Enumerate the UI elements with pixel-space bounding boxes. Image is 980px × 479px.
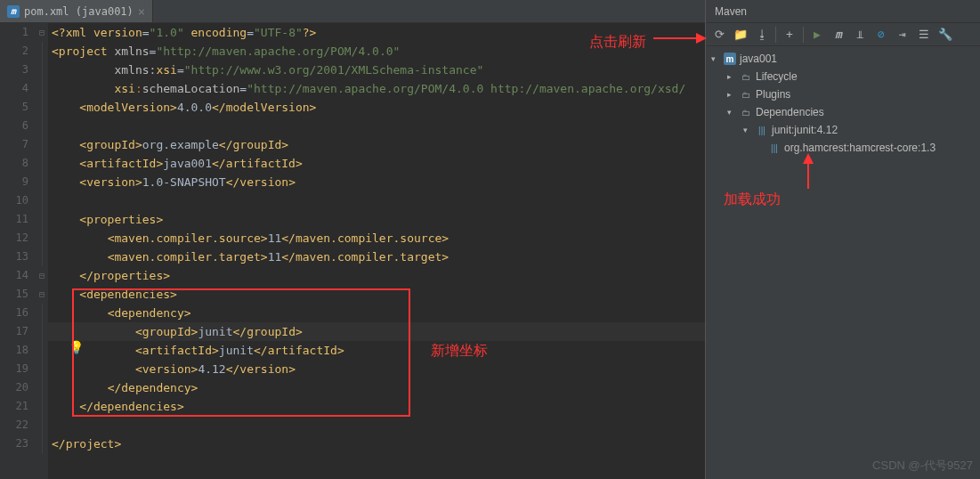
tab-label: pom.xml (java001) [24, 5, 134, 18]
fold-marker[interactable] [36, 322, 48, 341]
refresh-icon[interactable]: ⟳ [709, 25, 729, 45]
code-line[interactable]: xsi:schemaLocation="http://maven.apache.… [48, 79, 705, 98]
collapse-all-icon[interactable]: ⇥ [893, 25, 912, 45]
code-line[interactable]: <project xmlns="http://maven.apache.org/… [48, 42, 705, 61]
code-line[interactable]: <maven.compiler.source>11</maven.compile… [48, 229, 705, 248]
fold-marker[interactable] [36, 210, 48, 229]
code-line[interactable]: <artifactId>java001</artifactId> [48, 154, 705, 173]
folder-icon: 🗀 [740, 70, 752, 83]
code-line[interactable] [48, 191, 705, 210]
code-line[interactable]: <version>1.0-SNAPSHOT</version> [48, 173, 705, 191]
fold-marker[interactable] [36, 191, 48, 210]
tree-plugins[interactable]: ▸ 🗀 Plugins [706, 85, 980, 103]
tree-hamcrest[interactable]: ||| org.hamcrest:hamcrest-core:1.3 [706, 139, 980, 157]
module-icon: m [724, 53, 736, 65]
fold-marker[interactable] [36, 341, 48, 360]
line-number: 18 [0, 341, 28, 360]
tree-label: java001 [740, 53, 777, 65]
toggle-offline-icon[interactable]: ⫫ [850, 25, 870, 45]
code-area[interactable]: 💡 新增坐标 点击刷新 <?xml version="1.0" encoding… [48, 23, 705, 479]
watermark: CSDN @-代号9527 [872, 458, 973, 474]
line-number: 23 [0, 434, 28, 453]
fold-marker[interactable] [36, 79, 48, 98]
settings-icon[interactable]: 🔧 [935, 25, 955, 45]
fold-marker[interactable] [36, 135, 48, 154]
editor-tab[interactable]: m pom.xml (java001) × [0, 0, 153, 22]
line-number: 12 [0, 229, 28, 248]
fold-marker[interactable]: ⊟ [36, 266, 48, 285]
tree-junit[interactable]: ▾ ||| junit:junit:4.12 [706, 121, 980, 139]
chevron-right-icon[interactable]: ▸ [727, 72, 736, 81]
tree-label: Plugins [756, 88, 790, 101]
fold-marker[interactable]: ⊟ [36, 285, 48, 304]
maven-icon[interactable]: m [829, 25, 848, 45]
code-line[interactable]: <version>4.12</version> [48, 360, 705, 378]
download-sources-icon[interactable]: ⭳ [752, 25, 772, 45]
fold-marker[interactable] [36, 378, 48, 397]
chevron-down-icon[interactable]: ▾ [727, 108, 736, 117]
code-line[interactable]: </dependencies> [48, 397, 705, 416]
fold-marker[interactable] [36, 42, 48, 61]
editor-tab-bar: m pom.xml (java001) × [0, 0, 705, 23]
run-icon[interactable]: ▶ [807, 25, 827, 45]
toggle-skip-tests-icon[interactable]: ⊘ [871, 25, 891, 45]
code-line[interactable]: xmlns:xsi="http://www.w3.org/2001/XMLSch… [48, 61, 705, 79]
tree-root[interactable]: ▾ m java001 [706, 50, 980, 68]
code-line[interactable]: <dependencies> [48, 285, 705, 304]
code-line[interactable]: <artifactId>junit</artifactId> [48, 341, 705, 360]
tree-lifecycle[interactable]: ▸ 🗀 Lifecycle [706, 68, 980, 85]
fold-marker[interactable] [36, 229, 48, 248]
line-number: 7 [0, 135, 28, 154]
code-line[interactable]: <groupId>org.example</groupId> [48, 135, 705, 154]
line-number: 9 [0, 173, 28, 191]
code-line[interactable]: <properties> [48, 210, 705, 229]
code-line[interactable]: <modelVersion>4.0.0</modelVersion> [48, 98, 705, 117]
maven-file-icon: m [7, 5, 20, 18]
code-line[interactable]: </project> [48, 434, 705, 453]
tree-label: junit:junit:4.12 [772, 124, 838, 136]
fold-marker[interactable] [36, 154, 48, 173]
lightbulb-icon[interactable]: 💡 [69, 340, 79, 351]
fold-marker[interactable] [36, 304, 48, 322]
code-line[interactable]: </properties> [48, 266, 705, 285]
code-line[interactable]: <dependency> [48, 304, 705, 322]
fold-marker[interactable] [36, 248, 48, 266]
tree-dependencies[interactable]: ▾ 🗀 Dependencies [706, 103, 980, 121]
chevron-down-icon[interactable]: ▾ [711, 54, 720, 63]
fold-marker[interactable] [36, 360, 48, 378]
fold-marker[interactable] [36, 416, 48, 434]
line-number: 14 [0, 266, 28, 285]
fold-marker[interactable]: ⊟ [36, 23, 48, 42]
code-line[interactable] [48, 117, 705, 135]
code-line[interactable] [48, 416, 705, 434]
fold-marker[interactable] [36, 173, 48, 191]
line-number: 15 [0, 285, 28, 304]
line-number: 4 [0, 79, 28, 98]
code-line[interactable]: <groupId>junit</groupId> [48, 322, 705, 341]
line-number: 13 [0, 248, 28, 266]
tree-label: org.hamcrest:hamcrest-core:1.3 [784, 142, 935, 154]
fold-marker[interactable] [36, 434, 48, 453]
generate-sources-icon[interactable]: 📁 [731, 25, 750, 45]
maven-toolbar: ⟳ 📁 ⭳ + ▶ m ⫫ ⊘ ⇥ ☰ 🔧 [706, 23, 980, 46]
toolbar-separator [803, 27, 804, 43]
line-number: 17 [0, 322, 28, 341]
chevron-right-icon[interactable]: ▸ [727, 90, 736, 99]
line-number: 19 [0, 360, 28, 378]
fold-marker[interactable] [36, 117, 48, 135]
library-icon: ||| [768, 142, 781, 154]
add-icon[interactable]: + [780, 25, 799, 45]
chevron-down-icon[interactable]: ▾ [743, 126, 752, 134]
fold-marker[interactable] [36, 61, 48, 79]
code-line[interactable]: </dependency> [48, 378, 705, 397]
line-number: 1 [0, 23, 28, 42]
maven-panel-title: Maven [706, 0, 980, 23]
line-number: 11 [0, 210, 28, 229]
fold-gutter: ⊟⊟⊟ [36, 23, 48, 479]
fold-marker[interactable] [36, 397, 48, 416]
code-line[interactable]: <maven.compiler.target>11</maven.compile… [48, 248, 705, 266]
close-icon[interactable]: × [138, 4, 145, 19]
fold-marker[interactable] [36, 98, 48, 117]
show-icon[interactable]: ☰ [914, 25, 934, 45]
code-line[interactable]: <?xml version="1.0" encoding="UTF-8"?> [48, 23, 705, 42]
